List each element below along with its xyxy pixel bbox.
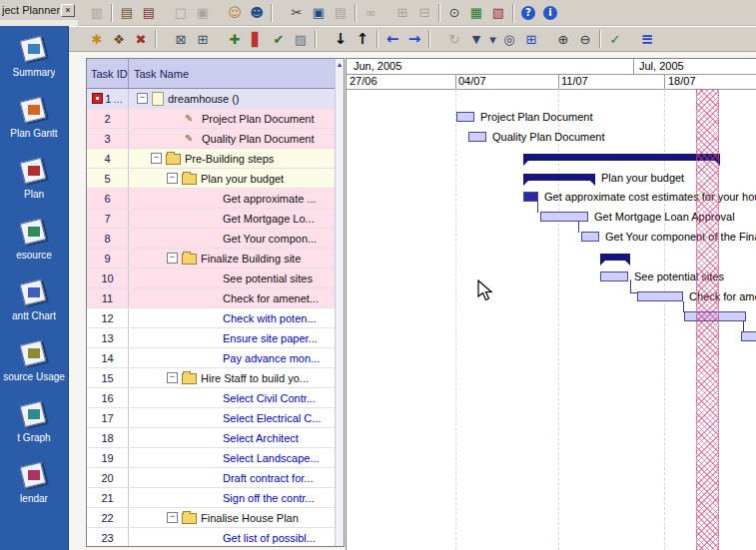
table-row[interactable]: 14 Pay advance mon... <box>87 348 335 368</box>
spelling-icon[interactable]: ✓ <box>604 29 626 50</box>
table-row[interactable]: 1... dreamhouse () <box>87 89 335 109</box>
reports-icon[interactable]: ❖ <box>108 29 130 50</box>
add-resource-icon[interactable]: ☺ <box>224 2 246 23</box>
view-menu-icon[interactable]: ≡ <box>636 29 658 50</box>
table-row[interactable]: 15 Hire Staff to build yo... <box>87 368 335 388</box>
split-icon[interactable]: ⊟ <box>413 2 435 23</box>
close-icon[interactable]: × <box>61 4 75 17</box>
sidebar-item-resource-usage[interactable]: source Usage <box>0 330 68 391</box>
indent-icon[interactable]: → <box>403 29 425 50</box>
table-row[interactable]: 20 Draft contract for... <box>87 468 335 488</box>
gantt-bar-label: Get Your component of the Fina <box>605 231 756 243</box>
export-report-icon[interactable]: ▤ <box>116 2 138 23</box>
table-row[interactable]: 22 Finalise House Plan <box>87 508 335 528</box>
gantt-bar[interactable] <box>456 112 474 122</box>
collapse-icon[interactable] <box>167 173 178 184</box>
resources-icon[interactable]: ☻ <box>246 2 268 23</box>
open-project-icon[interactable]: □ <box>170 2 192 23</box>
redo-icon[interactable]: ↻ <box>443 29 465 50</box>
delete-task-icon[interactable]: ✖ <box>130 29 152 50</box>
table-icon[interactable]: ⊞ <box>391 2 413 23</box>
task-name: Finalise House Plan <box>201 512 299 524</box>
gantt-bar[interactable] <box>581 232 599 242</box>
collapse-icon[interactable] <box>167 253 178 264</box>
clear-icon[interactable]: ▨ <box>290 29 312 50</box>
table-row[interactable]: 7 Get Mortgage Lo... <box>87 209 335 229</box>
table-row[interactable]: 19 Select Landscape... <box>87 448 335 468</box>
table-header: Task ID Task Name <box>87 59 335 89</box>
copy-icon[interactable]: ▣ <box>308 2 330 23</box>
cut-icon[interactable]: ✂ <box>286 2 308 23</box>
gantt-bar[interactable] <box>741 331 756 341</box>
calendar-add-icon[interactable]: ▦ <box>465 2 487 23</box>
move-up-icon[interactable]: ↑ <box>352 29 374 50</box>
sidebar-item-calendar[interactable]: lendar <box>0 452 68 513</box>
column-header-task-name[interactable]: Task Name <box>129 59 335 88</box>
table-scrollbar[interactable]: ▲ <box>335 59 344 546</box>
table-row[interactable]: 16 Select Civil Contr... <box>87 388 335 408</box>
sidebar-item-gantt-chart[interactable]: antt Chart <box>0 270 68 330</box>
toolbar-separator <box>315 30 317 48</box>
outdent-icon[interactable]: ← <box>381 29 403 50</box>
find-icon[interactable]: ◎ <box>498 29 520 50</box>
sidebar-item-plan[interactable]: Plan <box>0 148 68 209</box>
table-row[interactable]: 17 Select Electrical C... <box>87 408 335 428</box>
table-row[interactable]: 23 Get list of possibl... <box>87 528 335 546</box>
export-image-icon[interactable]: ⊞ <box>192 29 214 50</box>
statistics-icon[interactable]: ▋ <box>246 29 268 50</box>
export-html-icon[interactable]: ⊠ <box>170 29 192 50</box>
gantt-bar[interactable] <box>523 192 538 202</box>
gantt-bar[interactable] <box>540 212 588 222</box>
table-row[interactable]: 21 Sign off the contr... <box>87 488 335 508</box>
column-header-task-id[interactable]: Task ID <box>87 59 129 88</box>
sidebar-item-resource[interactable]: esource <box>0 209 68 270</box>
collapse-icon[interactable] <box>137 93 148 104</box>
filter-dropdown-icon[interactable]: ▾ <box>487 29 498 50</box>
gantt-summary-bar[interactable] <box>523 154 720 161</box>
sidebar-item-graph[interactable]: t Graph <box>0 391 68 452</box>
table-row[interactable]: 10 See potential sites <box>87 269 335 288</box>
table-row[interactable]: 12 Check with poten... <box>87 308 335 328</box>
move-down-icon[interactable]: ↓ <box>330 29 352 50</box>
briefcase-icon[interactable]: ▣ <box>192 2 214 23</box>
gantt-bar-label: Project Plan Document <box>480 111 593 123</box>
table-row[interactable]: 11 Check for amenet... <box>87 288 335 308</box>
zoom-in-icon[interactable]: ⊕ <box>552 29 574 50</box>
save-icon[interactable]: ▥ <box>86 2 108 23</box>
table-row[interactable]: 9 Finalize Building site <box>87 249 335 269</box>
sidebar-item-label: lendar <box>20 493 48 504</box>
gantt-bar[interactable] <box>637 291 683 301</box>
sidebar-item-summary[interactable]: Summary <box>0 26 68 87</box>
gantt-summary-bar[interactable] <box>600 254 630 261</box>
scroll-up-icon[interactable]: ▲ <box>337 61 344 69</box>
table-row[interactable]: 8 Get Your compon... <box>87 229 335 249</box>
zoom-out-icon[interactable]: ⊖ <box>574 29 596 50</box>
table-row[interactable]: 4 Pre-Building steps <box>87 149 335 169</box>
table-row[interactable]: 5 Plan your budget <box>87 169 335 189</box>
customize-icon[interactable]: ✱ <box>86 29 108 50</box>
gantt-bar[interactable] <box>600 272 628 281</box>
help-icon[interactable]: ? <box>521 6 535 20</box>
columns-icon[interactable]: ⊞ <box>520 29 542 50</box>
filter-icon[interactable]: ▼ <box>465 29 487 50</box>
paste-icon[interactable]: ▤ <box>330 2 352 23</box>
collapse-icon[interactable] <box>167 512 178 523</box>
insert-task-icon[interactable]: ✚ <box>224 29 246 50</box>
table-row[interactable]: 3 Quality Plan Document <box>87 129 335 149</box>
table-row[interactable]: 13 Ensure site paper... <box>87 328 335 348</box>
gantt-summary-bar[interactable] <box>523 174 595 181</box>
validate-icon[interactable]: ✔ <box>268 29 290 50</box>
gantt-bar[interactable] <box>468 132 486 142</box>
calendar-remove-icon[interactable]: ▧ <box>487 2 509 23</box>
collapse-icon[interactable] <box>151 153 162 164</box>
table-row[interactable]: 6 Get approximate ... <box>87 189 335 209</box>
collapse-icon[interactable] <box>167 372 178 383</box>
table-row[interactable]: 2 Project Plan Document <box>87 109 335 129</box>
clock-icon[interactable]: ⊙ <box>443 2 465 23</box>
print-report-icon[interactable]: ▤ <box>138 2 160 23</box>
sidebar-item-plan-gantt[interactable]: Plan Gantt <box>0 87 68 148</box>
about-icon[interactable]: i <box>543 6 557 20</box>
table-row[interactable]: 18 Select Architect <box>87 428 335 448</box>
timeline-weeks: 27/06 04/07 11/07 18/07 <box>347 74 756 90</box>
link-tasks-icon[interactable]: ∞ <box>360 2 381 23</box>
